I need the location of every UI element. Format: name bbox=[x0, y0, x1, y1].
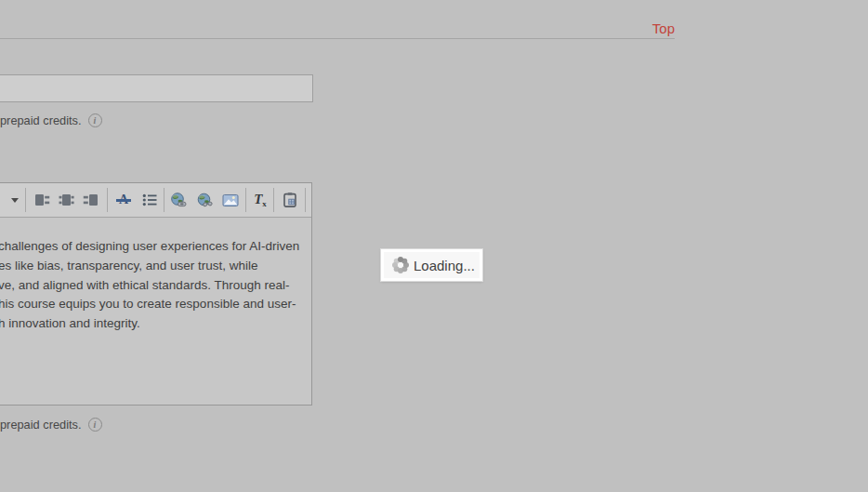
editor-content-area[interactable]: challenges of designing user experiences… bbox=[0, 218, 311, 405]
credits-note-2: prepaid credits. i bbox=[0, 418, 102, 432]
clipboard-icon bbox=[283, 192, 297, 208]
align-right-button[interactable] bbox=[78, 187, 102, 213]
bullet-list-button[interactable] bbox=[137, 187, 163, 213]
align-left-icon bbox=[34, 193, 50, 206]
align-left-button[interactable] bbox=[30, 187, 54, 213]
editor-text-line: h innovation and integrity. bbox=[0, 314, 308, 334]
insert-link-button[interactable] bbox=[166, 187, 191, 213]
editor-text-line: his course equips you to create responsi… bbox=[0, 295, 308, 314]
chevron-down-icon bbox=[11, 198, 19, 203]
format-dropdown-button[interactable] bbox=[5, 187, 25, 213]
spinner-icon bbox=[399, 263, 402, 267]
editor-text-line: challenges of designing user experiences… bbox=[0, 237, 308, 257]
toolbar-separator bbox=[25, 188, 26, 212]
insert-image-button[interactable] bbox=[218, 187, 243, 213]
image-icon bbox=[222, 193, 239, 207]
toolbar-separator bbox=[273, 188, 274, 212]
strikethrough-icon: A bbox=[116, 193, 131, 207]
section-divider bbox=[0, 38, 675, 39]
info-icon[interactable]: i bbox=[88, 418, 102, 432]
toolbar-separator bbox=[164, 188, 164, 212]
link-globe-icon bbox=[170, 193, 187, 207]
credits-note-text: prepaid credits. bbox=[0, 113, 82, 127]
strikethrough-button[interactable]: A bbox=[111, 187, 137, 213]
info-icon[interactable]: i bbox=[88, 113, 102, 127]
toolbar-separator bbox=[107, 188, 108, 212]
editor-text-line: ve, and aligned with ethical standards. … bbox=[0, 276, 308, 296]
editor-text-line: es like bias, transparency, and user tru… bbox=[0, 257, 308, 276]
credits-note-1: prepaid credits. i bbox=[0, 113, 102, 127]
clear-formatting-button[interactable]: Tx bbox=[248, 187, 272, 213]
credits-note-text: prepaid credits. bbox=[0, 418, 82, 432]
align-center-icon bbox=[59, 193, 74, 206]
bullet-list-icon bbox=[142, 193, 157, 206]
top-anchor-link[interactable]: Top bbox=[652, 20, 675, 36]
page: Top prepaid credits. i bbox=[0, 0, 868, 492]
loading-label: Loading... bbox=[414, 258, 475, 273]
rich-text-editor: A bbox=[0, 182, 312, 406]
loading-dialog: Loading... bbox=[381, 249, 482, 281]
unlink-button[interactable] bbox=[192, 187, 217, 213]
clear-formatting-icon: Tx bbox=[254, 193, 267, 208]
toolbar-separator bbox=[245, 188, 246, 212]
align-right-icon bbox=[83, 193, 99, 206]
editor-toolbar: A bbox=[0, 183, 311, 218]
unlink-globe-icon bbox=[196, 193, 213, 207]
credits-input[interactable] bbox=[0, 74, 313, 102]
align-center-button[interactable] bbox=[54, 187, 78, 213]
paste-button[interactable] bbox=[277, 187, 303, 213]
toolbar-separator bbox=[305, 188, 306, 212]
